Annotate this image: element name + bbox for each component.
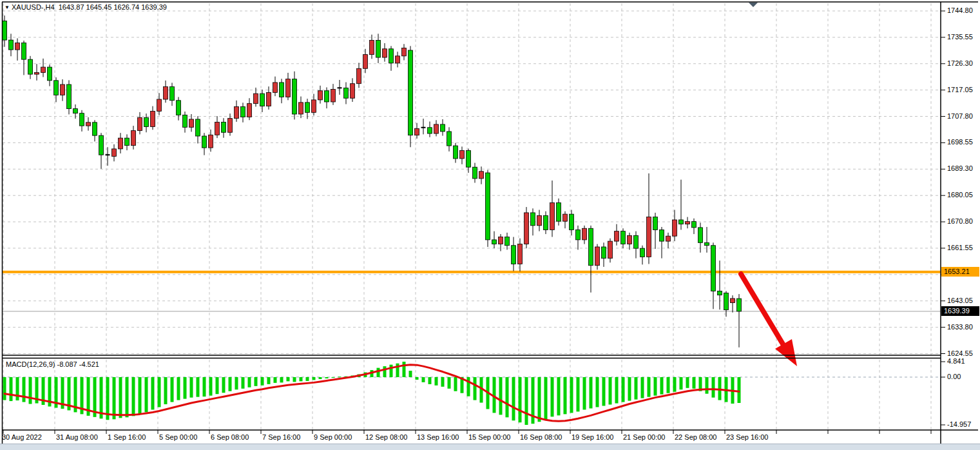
candle-body bbox=[499, 237, 503, 244]
macd-histogram-bar bbox=[409, 371, 412, 377]
macd-histogram-bar bbox=[609, 377, 612, 405]
candle-body bbox=[189, 119, 194, 127]
candle-body bbox=[634, 235, 639, 248]
candle-body bbox=[54, 81, 59, 95]
time-axis-label: 13 Sep 16:00 bbox=[417, 433, 459, 441]
macd-histogram-bar bbox=[203, 377, 206, 396]
time-axis-label: 21 Sep 00:00 bbox=[623, 433, 665, 441]
macd-histogram-bar bbox=[448, 377, 451, 389]
macd-histogram-bar bbox=[190, 377, 193, 398]
macd-histogram-bar bbox=[570, 377, 573, 413]
candle-body bbox=[434, 124, 439, 133]
macd-histogram-bar bbox=[422, 377, 425, 382]
candle-body bbox=[209, 135, 213, 148]
candle-body bbox=[653, 217, 658, 230]
candle-body bbox=[280, 83, 284, 97]
candle-body bbox=[363, 55, 368, 69]
candle-body bbox=[466, 151, 471, 168]
candle-body bbox=[402, 48, 407, 55]
candle-body bbox=[241, 107, 245, 117]
candle-body bbox=[441, 124, 445, 132]
macd-histogram-bar bbox=[499, 377, 503, 415]
candle-body bbox=[628, 235, 632, 244]
candle-body bbox=[447, 132, 452, 146]
candle-body bbox=[724, 293, 729, 310]
candle-body bbox=[711, 246, 716, 291]
candle-body bbox=[544, 215, 548, 230]
candle-body bbox=[357, 68, 361, 83]
macd-histogram-bar bbox=[158, 377, 161, 407]
candle-body bbox=[144, 117, 149, 126]
candle-body bbox=[486, 173, 490, 240]
ohlc-close: 1639.39 bbox=[141, 3, 167, 11]
macd-histogram-bar bbox=[615, 377, 619, 404]
chart-expander-icon[interactable]: ▼ bbox=[5, 5, 10, 10]
candle-body bbox=[80, 113, 84, 126]
macd-name: MACD(12,26,9) bbox=[6, 360, 55, 368]
candle-body bbox=[621, 231, 626, 244]
candle-body bbox=[131, 131, 136, 146]
macd-histogram-bar bbox=[441, 377, 445, 387]
candle-body bbox=[93, 122, 97, 135]
price-axis-label: 1735.55 bbox=[947, 33, 973, 41]
macd-histogram-bar bbox=[660, 377, 664, 395]
price-axis-label: 1707.80 bbox=[947, 112, 973, 120]
macd-histogram-bar bbox=[325, 377, 329, 378]
macd-histogram-bar bbox=[577, 377, 580, 411]
macd-histogram-bar bbox=[519, 377, 522, 422]
macd-histogram-bar bbox=[512, 377, 515, 420]
macd-histogram-bar bbox=[293, 377, 296, 382]
price-axis-label: 1698.55 bbox=[947, 138, 973, 146]
macd-histogram-bar bbox=[602, 377, 606, 406]
macd-histogram-bar bbox=[706, 377, 709, 394]
time-axis-label: 30 Aug 2022 bbox=[2, 433, 42, 441]
candle-body bbox=[698, 228, 703, 242]
time-axis-label: 19 Sep 16:00 bbox=[572, 433, 613, 441]
candle-body bbox=[524, 213, 529, 244]
macd-histogram-bar bbox=[377, 368, 380, 377]
candle-body bbox=[408, 50, 413, 135]
macd-histogram-bar bbox=[287, 377, 290, 381]
macd-histogram-bar bbox=[390, 365, 393, 377]
macd-histogram-bar bbox=[622, 377, 625, 402]
macd-histogram-bar bbox=[197, 377, 200, 397]
time-axis-label: 16 Sep 08:00 bbox=[520, 433, 562, 441]
macd-histogram-bar bbox=[635, 377, 638, 400]
macd-histogram-bar bbox=[216, 377, 219, 394]
candle-body bbox=[254, 93, 258, 103]
macd-histogram-bar bbox=[667, 377, 670, 393]
candle-body bbox=[415, 129, 419, 135]
ohlc-open: 1643.87 bbox=[59, 3, 84, 11]
candle-body bbox=[28, 59, 33, 74]
support-line[interactable] bbox=[3, 271, 941, 273]
candle-body bbox=[666, 236, 671, 241]
macd-axis-label: 0.00 bbox=[947, 373, 961, 380]
macd-histogram-bar bbox=[673, 377, 677, 392]
candle-body bbox=[557, 202, 561, 221]
candle-body bbox=[325, 91, 329, 102]
candle-body bbox=[454, 146, 458, 159]
candle-body bbox=[202, 136, 207, 148]
macd-signal-value: -4.521 bbox=[79, 360, 99, 368]
macd-histogram-bar bbox=[139, 377, 142, 414]
macd-histogram-bar bbox=[274, 377, 277, 383]
candle-body bbox=[67, 84, 72, 109]
candle-body bbox=[247, 104, 252, 117]
price-axis-label: 1661.55 bbox=[947, 244, 973, 251]
chart-canvas[interactable] bbox=[0, 0, 980, 450]
candle-body bbox=[9, 40, 14, 50]
price-axis-label: 1744.80 bbox=[947, 6, 973, 14]
macd-histogram-bar bbox=[525, 377, 528, 425]
macd-histogram-bar bbox=[557, 377, 561, 415]
trading-chart-window: ▼ XAUUSD-,H4 1643.87 1645.45 1626.74 163… bbox=[0, 0, 980, 450]
macd-histogram-bar bbox=[590, 377, 593, 409]
macd-histogram-bar bbox=[319, 377, 322, 379]
macd-histogram-bar bbox=[248, 377, 251, 387]
candle-body bbox=[138, 117, 142, 130]
symbol-timeframe: XAUUSD-,H4 bbox=[12, 3, 55, 11]
macd-histogram-bar bbox=[145, 377, 148, 412]
candle-body bbox=[460, 151, 465, 159]
macd-histogram-bar bbox=[332, 377, 335, 378]
candle-body bbox=[151, 112, 155, 127]
candle-body bbox=[479, 171, 484, 179]
